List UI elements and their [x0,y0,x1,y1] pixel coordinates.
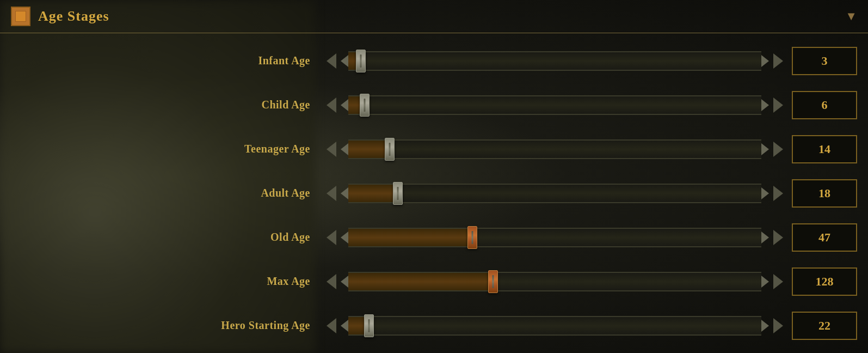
slider-thumb-old-age[interactable] [467,226,477,249]
slider-track-wrapper-old-age [327,224,783,251]
slider-container-child-age[interactable] [327,91,783,119]
slider-left-deco-hero-starting-age [327,313,348,339]
slider-right-deco-max-age [761,269,783,295]
slider-track-child-age[interactable] [348,95,761,115]
slider-track-wrapper-child-age [327,92,783,118]
slider-thumb-hero-starting-age[interactable] [364,314,374,337]
label-hero-starting-age: Hero Starting Age [11,319,327,332]
slider-track-wrapper-adult-age [327,180,783,206]
value-box-adult-age: 18 [792,179,857,208]
row-old-age: Old Age 47 [0,221,868,254]
value-box-teenager-age: 14 [792,135,857,163]
slider-thumb-infant-age[interactable] [356,50,366,72]
slider-track-teenager-age[interactable] [348,139,761,159]
label-old-age: Old Age [11,231,327,244]
slider-left-deco-child-age [327,92,348,118]
slider-left-deco-max-age [327,269,348,295]
slider-fill-teenager-age [348,141,390,158]
slider-container-teenager-age[interactable] [327,135,783,163]
slider-track-wrapper-hero-starting-age [327,313,783,339]
value-box-hero-starting-age: 22 [792,312,857,340]
slider-track-infant-age[interactable] [348,51,761,71]
slider-right-deco-hero-starting-age [761,313,783,339]
age-sliders-content: Infant Age 3 Child Age [0,33,868,353]
slider-track-adult-age[interactable] [348,184,761,203]
header-left: Age Stages [11,7,109,26]
row-teenager-age: Teenager Age 14 [0,133,868,166]
slider-track-hero-starting-age[interactable] [348,316,761,336]
value-box-child-age: 6 [792,91,857,119]
main-container: Age Stages ▼ Infant Age 3 Child Age [0,0,868,353]
row-max-age: Max Age 128 [0,265,868,298]
label-child-age: Child Age [11,99,327,111]
row-infant-age: Infant Age 3 [0,45,868,77]
slider-track-wrapper-infant-age [327,48,783,74]
label-adult-age: Adult Age [11,187,327,199]
slider-right-deco-teenager-age [761,136,783,162]
slider-right-deco-old-age [761,224,783,251]
slider-left-deco-teenager-age [327,136,348,162]
age-stages-icon [11,7,30,26]
slider-track-old-age[interactable] [348,228,761,247]
slider-container-adult-age[interactable] [327,179,783,208]
slider-right-deco-child-age [761,92,783,118]
slider-fill-adult-age [348,185,398,202]
label-teenager-age: Teenager Age [11,143,327,155]
slider-left-deco-adult-age [327,180,348,206]
slider-container-hero-starting-age[interactable] [327,312,783,340]
slider-thumb-adult-age[interactable] [393,182,403,205]
slider-container-max-age[interactable] [327,267,783,296]
page-title: Age Stages [38,8,109,25]
slider-left-deco-infant-age [327,48,348,74]
label-max-age: Max Age [11,275,327,288]
slider-fill-max-age [348,273,493,290]
slider-left-deco-old-age [327,224,348,251]
header: Age Stages ▼ [0,0,868,33]
row-adult-age: Adult Age 18 [0,177,868,210]
value-box-max-age: 128 [792,267,857,296]
row-hero-starting-age: Hero Starting Age 22 [0,309,868,342]
slider-right-deco-adult-age [761,180,783,206]
slider-fill-old-age [348,229,472,246]
slider-track-max-age[interactable] [348,272,761,291]
slider-track-wrapper-max-age [327,269,783,295]
slider-container-infant-age[interactable] [327,47,783,75]
collapse-icon[interactable]: ▼ [845,9,857,23]
slider-thumb-max-age[interactable] [488,270,498,293]
header-icon-inner [15,11,26,22]
label-infant-age: Infant Age [11,54,327,67]
value-box-infant-age: 3 [792,47,857,75]
value-box-old-age: 47 [792,223,857,252]
slider-track-wrapper-teenager-age [327,136,783,162]
row-child-age: Child Age 6 [0,89,868,121]
slider-right-deco-infant-age [761,48,783,74]
slider-thumb-teenager-age[interactable] [385,138,395,161]
slider-thumb-child-age[interactable] [360,94,370,117]
slider-container-old-age[interactable] [327,223,783,252]
